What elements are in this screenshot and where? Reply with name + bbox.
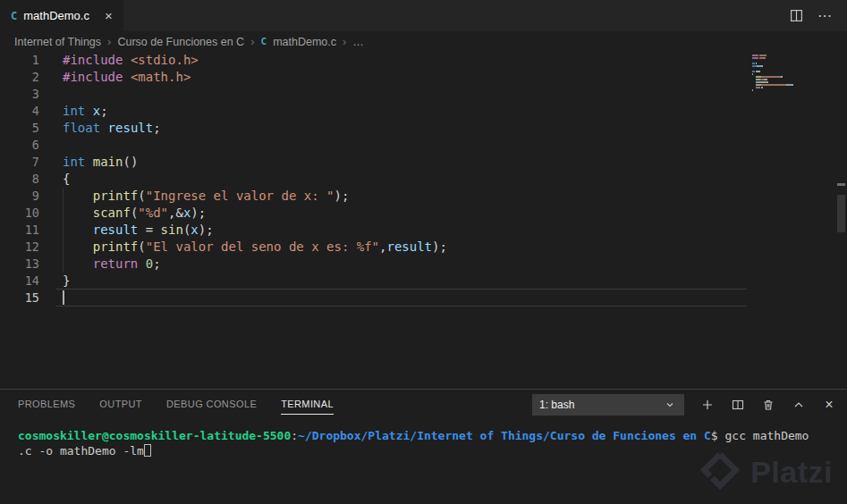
breadcrumb-separator: › [250, 35, 254, 48]
minimap-token [758, 71, 760, 72]
code-line[interactable]: 4int x; [0, 103, 847, 120]
more-actions-icon[interactable]: ⋯ [817, 7, 833, 24]
minimap-line [752, 89, 834, 91]
code-line[interactable]: 14} [0, 273, 847, 290]
line-number: 6 [0, 137, 39, 154]
minimap-token [767, 81, 768, 83]
maximize-panel-icon[interactable] [792, 398, 806, 412]
code-token: "Ingrese el valor de x: " [146, 189, 335, 203]
tab-mathdemo[interactable]: C mathDemo.c × [0, 0, 123, 31]
breadcrumb-item[interactable]: … [352, 36, 364, 48]
code-token: <stdio.h> [131, 53, 199, 67]
code-token: printf [93, 189, 139, 203]
code-line[interactable]: 11 result = sin(x); [0, 222, 847, 239]
new-terminal-icon[interactable] [700, 398, 715, 412]
code-line-text: { [63, 171, 70, 188]
terminal-text: $ gcc mathDemo [711, 429, 809, 442]
line-number: 9 [0, 188, 39, 205]
line-number: 2 [0, 69, 39, 86]
minimap-line [752, 79, 834, 80]
code-line[interactable]: 12 printf("El valor del seno de x es: %f… [0, 239, 847, 256]
code-token: scanf [93, 206, 131, 220]
terminal-text: cosmoskiller@cosmoskiller-latitude-5500 [18, 429, 291, 442]
minimap-line [752, 55, 834, 56]
split-editor-icon[interactable] [789, 9, 803, 23]
code-line[interactable]: 7int main() [0, 154, 847, 171]
terminal-output[interactable]: cosmoskiller@cosmoskiller-latitude-5500:… [0, 419, 847, 458]
minimap-token [762, 65, 763, 67]
panel-tab-debug-console[interactable]: DEBUG CONSOLE [166, 390, 257, 419]
terminal-shell-select[interactable]: 1: bash [532, 394, 684, 416]
line-number: 13 [0, 256, 39, 273]
minimap-token [756, 63, 757, 64]
breadcrumb-separator: › [107, 35, 111, 48]
minimap-line [752, 57, 834, 59]
code-line[interactable]: 15 [0, 290, 847, 307]
breadcrumb-item[interactable]: Internet of Things [14, 36, 101, 48]
tab-label: mathDemo.c [23, 9, 89, 22]
minimap-line [752, 65, 834, 67]
minimap-token [781, 76, 783, 78]
watermark-label: Platzi [750, 455, 833, 490]
breadcrumb-item[interactable]: Curso de Funciones en C [117, 36, 244, 48]
c-file-icon: C [261, 36, 267, 47]
close-icon[interactable]: × [105, 9, 113, 22]
code-token: ,& [168, 206, 183, 220]
minimap-line [752, 60, 834, 62]
code-token [85, 155, 92, 169]
code-line[interactable]: 13 return 0; [0, 256, 847, 273]
panel-tab-problems[interactable]: PROBLEMS [18, 390, 75, 419]
line-number: 14 [0, 273, 39, 290]
code-token [63, 223, 93, 237]
code-token: ); [334, 189, 349, 203]
line-number: 10 [0, 205, 39, 222]
code-line[interactable]: 1#include <stdio.h> [0, 52, 847, 69]
code-line[interactable]: 5float result; [0, 120, 847, 137]
minimap-line [752, 73, 834, 75]
code-editor[interactable]: 1#include <stdio.h>2#include <math.h>34i… [0, 52, 847, 389]
code-line[interactable]: 6 [0, 137, 847, 154]
code-token [63, 206, 93, 220]
minimap[interactable] [752, 55, 834, 95]
code-token: ; [100, 104, 107, 118]
close-panel-icon[interactable]: × [822, 398, 836, 412]
editor-actions: ⋯ [789, 0, 847, 31]
code-line-text: return 0; [63, 256, 161, 273]
panel-tabs: PROBLEMSOUTPUTDEBUG CONSOLETERMINAL [18, 390, 358, 419]
code-line-text: } [63, 273, 70, 290]
indent-guide [63, 188, 64, 273]
code-token: result [93, 223, 139, 237]
editor-scrollbar[interactable] [837, 195, 845, 232]
code-token: int [63, 104, 85, 118]
minimap-token [752, 57, 758, 59]
minimap-line [752, 71, 834, 72]
line-number: 11 [0, 222, 39, 239]
code-line[interactable]: 10 scanf("%d",&x); [0, 205, 847, 222]
code-line-text [63, 290, 64, 307]
chevron-down-icon [663, 398, 677, 412]
split-terminal-icon[interactable] [731, 398, 745, 412]
panel-tab-terminal[interactable]: TERMINAL [281, 390, 334, 419]
code-token: ); [191, 206, 206, 220]
code-line[interactable]: 8{ [0, 171, 847, 188]
code-line-text: float result; [63, 120, 161, 137]
code-token [63, 189, 93, 203]
code-line[interactable]: 9 printf("Ingrese el valor de x: "); [0, 188, 847, 205]
code-token [123, 53, 130, 67]
minimap-token [761, 76, 782, 78]
code-line-text: int main() [63, 154, 138, 171]
code-line[interactable]: 2#include <math.h> [0, 69, 847, 86]
code-token [85, 104, 92, 118]
minimap-token [762, 87, 763, 88]
panel-tab-output[interactable]: OUTPUT [99, 390, 142, 419]
kill-terminal-icon[interactable] [761, 398, 775, 412]
code-token: = [138, 223, 160, 237]
code-token: () [123, 155, 138, 169]
breadcrumb-item[interactable]: mathDemo.c [273, 36, 336, 48]
code-line[interactable]: 3 [0, 86, 847, 103]
code-token: ); [199, 223, 214, 237]
minimap-token [792, 84, 793, 86]
code-token: printf [93, 239, 139, 254]
code-token [63, 256, 93, 271]
code-token: "El valor del seno de x es: %f" [146, 239, 379, 254]
